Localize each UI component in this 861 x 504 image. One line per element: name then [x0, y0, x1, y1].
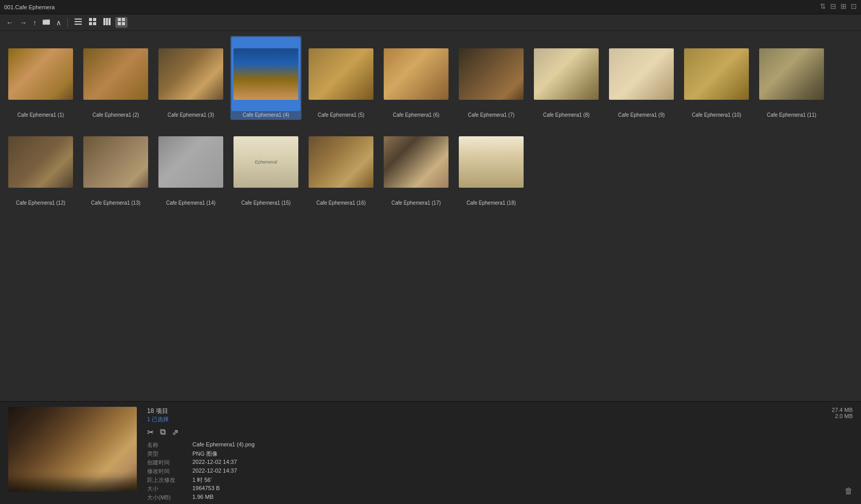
svg-rect-11 — [109, 18, 111, 25]
thumb-img-wrap — [608, 38, 675, 110]
preview-image — [8, 407, 137, 492]
thumb-canvas — [609, 48, 674, 100]
svg-rect-5 — [89, 18, 92, 21]
thumb-canvas — [158, 136, 223, 188]
view-detail-button[interactable] — [86, 17, 99, 28]
svg-rect-9 — [103, 18, 105, 25]
toolbar: ← → ↑ ∧ — [0, 14, 861, 31]
thumb-item-1[interactable]: Cafe Ephemera1 (1) — [5, 36, 76, 120]
item-count: 18 项目 — [147, 407, 169, 416]
thumb-img-wrap — [157, 126, 224, 198]
thumb-canvas — [684, 48, 749, 100]
thumb-label: Cafe Ephemera1 (4) — [243, 112, 290, 118]
thumb-item-12[interactable]: Cafe Ephemera1 (12) — [5, 124, 76, 208]
nav-expand-button[interactable]: ∧ — [54, 17, 63, 28]
thumb-label: Cafe Ephemera1 (13) — [91, 200, 140, 206]
total-size: 27.4 MB — [832, 407, 853, 413]
thumb-img-wrap — [758, 38, 825, 110]
meta-grid: 名称 Cafe Ephemera1 (4).png 类型 PNG 图像 创建时间… — [147, 441, 853, 501]
thumb-item-5[interactable]: Cafe Ephemera1 (5) — [306, 36, 376, 120]
thumb-canvas — [534, 48, 599, 100]
grid-view-icon[interactable]: ⊞ — [840, 2, 847, 10]
thumb-label: Cafe Ephemera1 (9) — [618, 112, 665, 118]
thumb-img-wrap — [383, 126, 450, 198]
thumb-label: Cafe Ephemera1 (12) — [16, 200, 65, 206]
thumb-item-15[interactable]: Cafe Ephemera1 (15) — [230, 124, 301, 208]
view-grid-button[interactable] — [115, 17, 128, 28]
thumb-canvas — [459, 48, 524, 100]
thumb-item-11[interactable]: Cafe Ephemera1 (11) — [756, 36, 827, 120]
titlebar-controls: ⇅ ⊟ ⊞ ⊡ — [820, 2, 857, 10]
thumb-label: Cafe Ephemera1 (8) — [543, 112, 590, 118]
meta-created-value: 2022-12-02 14:37 — [192, 459, 853, 466]
bottom-panel: 18 项目 1 已选择 27.4 MB 2.0 MB ✂ ⧉ ⇗ 名称 Cafe… — [0, 401, 861, 504]
thumb-img-wrap — [458, 38, 525, 110]
thumb-item-8[interactable]: Cafe Ephemera1 (8) — [531, 36, 602, 120]
svg-rect-8 — [93, 22, 96, 25]
list-view-icon[interactable]: ⊟ — [830, 2, 836, 10]
view-list-button[interactable] — [72, 17, 84, 28]
thumb-label: Cafe Ephemera1 (16) — [316, 200, 366, 206]
thumb-img-wrap — [308, 126, 374, 198]
thumb-item-14[interactable]: Cafe Ephemera1 (14) — [155, 124, 226, 208]
share-icon[interactable]: ⇗ — [172, 427, 178, 437]
cut-icon[interactable]: ✂ — [147, 427, 154, 437]
stats-left: 18 项目 1 已选择 — [147, 407, 169, 423]
thumb-item-16[interactable]: Cafe Ephemera1 (16) — [306, 124, 376, 208]
svg-rect-1 — [43, 20, 46, 21]
thumb-canvas — [234, 136, 298, 188]
thumb-img-wrap — [308, 38, 374, 110]
thumb-item-18[interactable]: Cafe Ephemera1 (18) — [456, 124, 527, 208]
thumb-canvas — [8, 48, 73, 100]
meta-sizemb-value: 1.96 MB — [192, 494, 853, 501]
meta-type-label: 类型 — [147, 450, 188, 458]
forward-button[interactable]: → — [17, 17, 29, 28]
meta-modified-label: 修改时间 — [147, 467, 188, 475]
thumb-canvas — [234, 48, 298, 100]
thumb-label: Cafe Ephemera1 (5) — [318, 112, 365, 118]
thumb-label: Cafe Ephemera1 (10) — [692, 112, 741, 118]
thumb-item-10[interactable]: Cafe Ephemera1 (10) — [681, 36, 752, 120]
thumb-label: Cafe Ephemera1 (17) — [391, 200, 441, 206]
thumb-canvas — [309, 48, 373, 100]
thumb-img-wrap — [7, 126, 74, 198]
thumb-item-4[interactable]: Cafe Ephemera1 (4) — [230, 36, 301, 120]
preview-area — [8, 407, 137, 494]
selected-size: 2.0 MB — [832, 413, 853, 419]
thumb-img-wrap — [383, 38, 450, 110]
thumb-item-3[interactable]: Cafe Ephemera1 (3) — [155, 36, 226, 120]
thumb-item-6[interactable]: Cafe Ephemera1 (6) — [381, 36, 452, 120]
thumb-label: Cafe Ephemera1 (14) — [166, 200, 216, 206]
svg-rect-7 — [89, 22, 92, 25]
titlebar-text: 001.Cafe Ephemera — [4, 4, 55, 10]
info-panel: 18 项目 1 已选择 27.4 MB 2.0 MB ✂ ⧉ ⇗ 名称 Cafe… — [147, 407, 853, 501]
sort-icon[interactable]: ⇅ — [820, 2, 826, 10]
meta-type-value: PNG 图像 — [192, 450, 853, 458]
delete-button[interactable]: 🗑 — [845, 487, 853, 496]
thumb-img-wrap — [82, 126, 149, 198]
up-button[interactable]: ↑ — [31, 17, 39, 28]
meta-name-value: Cafe Ephemera1 (4).png — [192, 441, 853, 449]
thumb-item-9[interactable]: Cafe Ephemera1 (9) — [606, 36, 677, 120]
svg-rect-15 — [122, 22, 125, 25]
thumb-item-2[interactable]: Cafe Ephemera1 (2) — [80, 36, 151, 120]
thumb-item-17[interactable]: Cafe Ephemera1 (17) — [381, 124, 452, 208]
meta-since-value: 1 时 56' — [192, 476, 853, 484]
selected-count[interactable]: 1 已选择 — [147, 416, 169, 423]
titlebar: 001.Cafe Ephemera ⇅ ⊟ ⊞ ⊡ — [0, 0, 861, 14]
thumb-item-13[interactable]: Cafe Ephemera1 (13) — [80, 124, 151, 208]
thumb-img-wrap — [7, 38, 74, 110]
svg-rect-6 — [93, 18, 96, 21]
folder-button[interactable] — [41, 17, 52, 28]
meta-modified-value: 2022-12-02 14:37 — [192, 467, 853, 475]
thumb-canvas — [83, 48, 148, 100]
thumb-item-7[interactable]: Cafe Ephemera1 (7) — [456, 36, 527, 120]
view-columns-button[interactable] — [101, 17, 113, 28]
thumb-img-wrap — [533, 38, 600, 110]
thumb-label: Cafe Ephemera1 (3) — [168, 112, 214, 118]
copy-icon[interactable]: ⧉ — [160, 427, 166, 437]
back-button[interactable]: ← — [4, 17, 15, 28]
thumb-label: Cafe Ephemera1 (7) — [468, 112, 515, 118]
meta-size-value: 1964753 B — [192, 485, 853, 493]
fullscreen-icon[interactable]: ⊡ — [851, 2, 857, 10]
